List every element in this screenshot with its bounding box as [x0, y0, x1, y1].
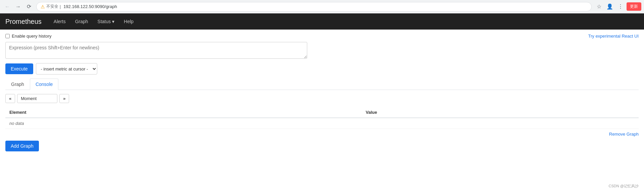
react-ui-link[interactable]: Try experimental React UI [588, 34, 639, 39]
navbar-dropdown-status[interactable]: Status ▾ [94, 17, 119, 26]
nav-buttons: ← → ⟳ [3, 2, 34, 11]
remove-graph-container: Remove Graph [5, 132, 639, 137]
execute-button[interactable]: Execute [5, 63, 33, 74]
main-content: Enable query history Try experimental Re… [0, 30, 644, 192]
table-header-row: Element Value [5, 107, 639, 118]
enable-history-checkbox[interactable] [5, 34, 10, 38]
back-button[interactable]: ← [3, 2, 12, 11]
address-bar[interactable]: ⚠ 不安全 | 192.168.122.50:9090/graph [36, 2, 592, 11]
tab-graph[interactable]: Graph [5, 79, 30, 90]
navbar-link-graph[interactable]: Graph [71, 17, 92, 26]
navbar-brand[interactable]: Prometheus [5, 18, 42, 26]
table-row: no data [5, 118, 639, 129]
expression-input[interactable] [5, 42, 307, 59]
menu-icon[interactable]: ⋮ [616, 2, 625, 11]
security-indicator: ⚠ 不安全 | [41, 4, 61, 9]
navbar: Prometheus Alerts Graph Status ▾ Help [0, 13, 644, 30]
no-data-cell: no data [5, 118, 639, 129]
table-body: no data [5, 118, 639, 129]
tabs: Graph Console [5, 79, 639, 90]
table-header: Element Value [5, 107, 639, 118]
expression-container [5, 42, 639, 60]
next-moment-button[interactable]: » [59, 94, 69, 103]
add-graph-button[interactable]: Add Graph [5, 141, 39, 151]
status-label: Status [98, 19, 111, 24]
enable-history-text: Enable query history [12, 34, 52, 39]
enable-history-label[interactable]: Enable query history [5, 34, 52, 39]
dropdown-arrow-icon: ▾ [112, 19, 114, 24]
navbar-link-help[interactable]: Help [120, 17, 138, 26]
forward-button[interactable]: → [13, 2, 23, 11]
metric-select[interactable]: - insert metric at cursor - [36, 63, 97, 75]
update-button[interactable]: 更新 [627, 2, 641, 11]
warning-icon: ⚠ [41, 4, 45, 9]
navbar-link-alerts[interactable]: Alerts [50, 17, 70, 26]
reload-button[interactable]: ⟳ [24, 2, 34, 11]
controls-row: Execute - insert metric at cursor - [5, 63, 639, 75]
url-text: 192.168.122.50:9090/graph [63, 4, 117, 9]
footer-watermark: CSDN @记忆风沙 [609, 184, 639, 189]
top-bar: Enable query history Try experimental Re… [5, 34, 639, 39]
console-controls: « » [5, 94, 639, 103]
separator: | [60, 4, 61, 9]
profile-icon[interactable]: 👤 [605, 2, 614, 11]
tab-console[interactable]: Console [30, 79, 58, 90]
remove-graph-link[interactable]: Remove Graph [609, 132, 639, 137]
prev-moment-button[interactable]: « [5, 94, 15, 103]
column-element: Element [5, 107, 362, 118]
browser-chrome: ← → ⟳ ⚠ 不安全 | 192.168.122.50:9090/graph … [0, 0, 644, 13]
bookmark-icon[interactable]: ☆ [594, 2, 604, 11]
results-table: Element Value no data [5, 107, 639, 129]
security-label: 不安全 [46, 4, 58, 9]
browser-actions: ☆ 👤 ⋮ 更新 [594, 2, 641, 11]
navbar-links: Alerts Graph Status ▾ Help [50, 17, 138, 26]
column-value: Value [362, 107, 639, 118]
moment-input[interactable] [17, 94, 57, 103]
